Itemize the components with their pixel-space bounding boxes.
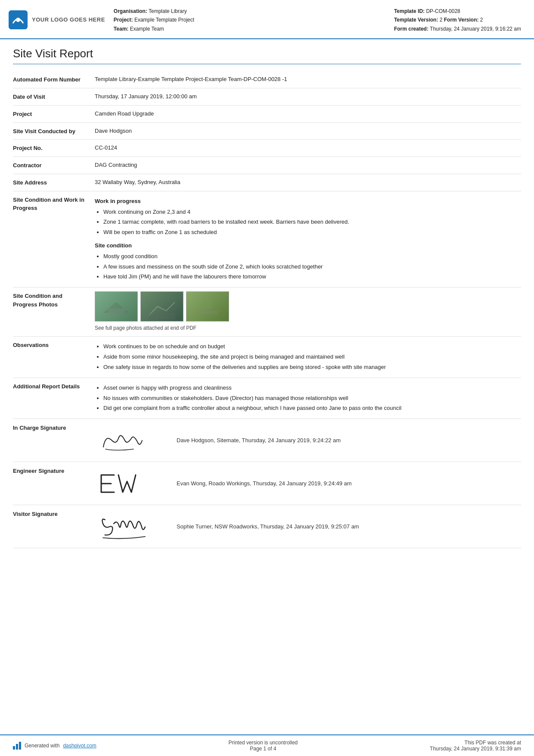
site-condition-item4: Mostly good condition [103, 252, 521, 261]
site-condition-list1: Work continuing on Zone 2,3 and 4 Zone 1… [103, 208, 521, 237]
version-line: Template Version: 2 Form Version: 2 [394, 16, 521, 24]
label-engineer-signature: Engineer Signature [13, 467, 95, 474]
row-project: Project Camden Road Upgrade [13, 106, 521, 123]
photo-svg-2 [149, 294, 175, 319]
value-project-no: CC-0124 [95, 144, 521, 153]
site-condition-heading1: Work in progress [95, 197, 521, 206]
value-additional: Asset owner is happy with progress and c… [95, 382, 521, 415]
team-label: Team: [114, 26, 128, 32]
svg-point-1 [16, 18, 20, 22]
row-automated-form-number: Automated Form Number Template Library-E… [13, 71, 521, 88]
value-observations: Work continues to be on schedule and on … [95, 341, 521, 373]
svg-rect-8 [197, 311, 218, 314]
logo-area: YOUR LOGO GOES HERE [9, 6, 105, 33]
photo-svg-1 [103, 294, 129, 319]
sig-svg-in-charge [95, 425, 159, 456]
row-in-charge-signature: In Charge Signature Dave Hodgson, Sitema… [13, 419, 521, 462]
label-visitor-signature: Visitor Signature [13, 510, 95, 517]
sig-text-in-charge: Dave Hodgson, Sitemate, Thursday, 24 Jan… [177, 437, 341, 444]
label-site-visit-conducted: Site Visit Conducted by [13, 127, 95, 136]
footer: Generated with dashpivot.com Printed ver… [0, 734, 534, 756]
sig-image-visitor [95, 510, 164, 543]
site-condition-item2: Zone 1 tarmac complete, with road barrie… [103, 218, 521, 227]
additional-item2: No issues with communities or stakeholde… [103, 394, 521, 403]
bar3 [19, 742, 21, 750]
label-automated-form-number: Automated Form Number [13, 75, 95, 84]
header-middle: Organisation: Template Library Project: … [114, 6, 385, 33]
project-label: Project: [114, 17, 133, 23]
footer-center: Printed version is uncontrolled Page 1 o… [229, 740, 298, 752]
photo-thumb-1 [95, 291, 138, 322]
observations-item3: One safety issue in regards to how some … [103, 363, 521, 372]
org-value: Template Library [149, 8, 187, 14]
printed-label: Printed version is uncontrolled [229, 740, 298, 746]
footer-right: This PDF was created at Thursday, 24 Jan… [430, 740, 521, 752]
additional-item1: Asset owner is happy with progress and c… [103, 384, 521, 393]
page: YOUR LOGO GOES HERE Organisation: Templa… [0, 0, 534, 756]
label-site-address: Site Address [13, 178, 95, 187]
bar2 [16, 744, 18, 750]
observations-item1: Work continues to be on schedule and on … [103, 342, 521, 351]
row-project-no: Project No. CC-0124 [13, 140, 521, 157]
value-automated-form-number: Template Library-Example Template Projec… [95, 75, 521, 84]
form-created-label: Form created: [394, 26, 428, 32]
observations-item2: Aside from some minor housekeeping, the … [103, 353, 521, 362]
photos-area [95, 291, 521, 322]
svg-rect-3 [108, 309, 125, 313]
team-value: Example Team [130, 26, 164, 32]
label-project-no: Project No. [13, 144, 95, 153]
form-created-line: Form created: Thursday, 24 January 2019,… [394, 25, 521, 33]
value-site-condition: Work in progress Work continuing on Zone… [95, 195, 521, 283]
value-project: Camden Road Upgrade [95, 109, 521, 119]
template-id-label: Template ID: [394, 8, 425, 14]
value-date-of-visit: Thursday, 17 January 2019, 12:00:00 am [95, 92, 521, 101]
sig-svg-visitor [95, 512, 159, 542]
form-version-value: 2 [480, 17, 483, 23]
site-condition-list2: Mostly good condition A few issues and m… [103, 252, 521, 281]
svg-point-7 [202, 299, 213, 309]
site-condition-item1: Work continuing on Zone 2,3 and 4 [103, 208, 521, 217]
template-id-line: Template ID: DP-COM-0028 [394, 7, 521, 16]
row-site-address: Site Address 32 Wallaby Way, Sydney, Aus… [13, 174, 521, 191]
site-condition-item5: A few issues and messiness on the south … [103, 262, 521, 272]
photo-thumb-2 [140, 291, 183, 322]
main-content: Site Visit Report Automated Form Number … [0, 39, 534, 734]
row-engineer-signature: Engineer Signature Evan Wong, Roado Work… [13, 462, 521, 505]
row-observations: Observations Work continues to be on sch… [13, 337, 521, 378]
pdf-created-label: This PDF was created at [430, 740, 521, 746]
bar1 [13, 746, 15, 750]
generated-label: Generated with [25, 743, 59, 749]
sig-svg-engineer [95, 469, 159, 499]
observations-list: Work continues to be on schedule and on … [103, 342, 521, 372]
logo-text: YOUR LOGO GOES HERE [32, 16, 105, 23]
form-version-label: Form Version: [444, 17, 479, 23]
header: YOUR LOGO GOES HERE Organisation: Templa… [0, 0, 534, 39]
photo-caption: See full page photos attached at end of … [95, 324, 521, 332]
photo-svg-3 [195, 294, 220, 319]
template-id-value: DP-COM-0028 [426, 8, 460, 14]
row-date-of-visit: Date of Visit Thursday, 17 January 2019,… [13, 88, 521, 106]
label-date-of-visit: Date of Visit [13, 92, 95, 101]
value-site-address: 32 Wallaby Way, Sydney, Australia [95, 178, 521, 187]
additional-list: Asset owner is happy with progress and c… [103, 384, 521, 413]
label-site-condition: Site Condition and Work in Progress [13, 195, 95, 212]
page-label: Page 1 of 4 [229, 746, 298, 752]
footer-link[interactable]: dashpivot.com [63, 743, 96, 749]
row-site-condition: Site Condition and Work in Progress Work… [13, 191, 521, 287]
sig-image-in-charge [95, 424, 164, 456]
svg-rect-5 [149, 313, 175, 319]
label-additional: Additional Report Details [13, 382, 95, 391]
label-photos: Site Condition and Progress Photos [13, 291, 95, 309]
form-created-value: Thursday, 24 January 2019, 9:16:22 am [430, 26, 521, 32]
template-version-label: Template Version: [394, 17, 438, 23]
value-site-visit-conducted: Dave Hodgson [95, 127, 521, 136]
additional-item3: Did get one complaint from a traffic con… [103, 404, 521, 413]
project-value: Example Template Project [134, 17, 194, 23]
report-title: Site Visit Report [13, 47, 521, 64]
sig-text-visitor: Sophie Turner, NSW Roadworks, Thursday, … [177, 523, 359, 530]
row-photos: Site Condition and Progress Photos [13, 287, 521, 337]
row-site-visit-conducted: Site Visit Conducted by Dave Hodgson [13, 123, 521, 140]
site-condition-item3: Will be open to traffic on Zone 1 as sch… [103, 228, 521, 237]
org-line: Organisation: Template Library [114, 7, 385, 16]
org-label: Organisation: [114, 8, 147, 14]
